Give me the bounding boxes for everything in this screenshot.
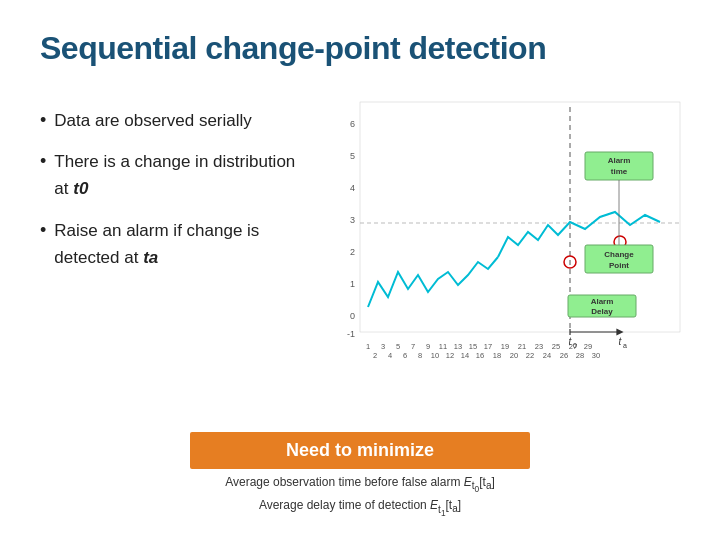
italic-ta: ta [143, 248, 158, 267]
svg-text:5: 5 [350, 151, 355, 161]
svg-text:t: t [619, 336, 623, 347]
slide: Sequential change-point detection Data a… [0, 0, 720, 540]
svg-text:28: 28 [576, 351, 584, 360]
svg-text:17: 17 [484, 342, 492, 351]
svg-text:1: 1 [366, 342, 370, 351]
svg-text:25: 25 [552, 342, 560, 351]
bullet-text-1: Data are observed serially [54, 107, 251, 134]
svg-text:29: 29 [584, 342, 592, 351]
svg-text:23: 23 [535, 342, 543, 351]
svg-text:24: 24 [543, 351, 551, 360]
svg-text:3: 3 [350, 215, 355, 225]
italic-t0: t0 [73, 179, 88, 198]
chart-area: 6 5 4 3 2 1 0 -1 1 3 5 7 [330, 97, 680, 357]
svg-text:Change: Change [604, 250, 634, 259]
svg-text:10: 10 [431, 351, 439, 360]
bullet-item-2: There is a change in distribution at t0 [40, 148, 310, 202]
svg-text:-1: -1 [347, 329, 355, 339]
svg-text:11: 11 [439, 342, 447, 351]
svg-text:0: 0 [350, 311, 355, 321]
svg-text:9: 9 [426, 342, 430, 351]
svg-text:7: 7 [411, 342, 415, 351]
svg-text:Alarm: Alarm [608, 156, 631, 165]
svg-text:18: 18 [493, 351, 501, 360]
bullet-item-3: Raise an alarm if change is detected at … [40, 217, 310, 271]
svg-text:14: 14 [461, 351, 469, 360]
svg-text:1: 1 [350, 279, 355, 289]
formula-line-1: Average observation time before false al… [40, 473, 680, 497]
chart-svg: 6 5 4 3 2 1 0 -1 1 3 5 7 [330, 97, 680, 357]
svg-text:30: 30 [592, 351, 600, 360]
svg-text:0: 0 [573, 342, 577, 349]
svg-text:16: 16 [476, 351, 484, 360]
bullet-list: Data are observed serially There is a ch… [40, 97, 310, 285]
svg-text:6: 6 [350, 119, 355, 129]
svg-text:Point: Point [609, 261, 629, 270]
svg-text:8: 8 [418, 351, 422, 360]
chart-svg-element: 6 5 4 3 2 1 0 -1 1 3 5 7 [330, 97, 690, 367]
svg-text:13: 13 [454, 342, 462, 351]
svg-text:22: 22 [526, 351, 534, 360]
svg-text:5: 5 [396, 342, 400, 351]
page-title: Sequential change-point detection [40, 30, 680, 67]
svg-text:6: 6 [403, 351, 407, 360]
bullet-item-1: Data are observed serially [40, 107, 310, 134]
bottom-section: Need to minimize Average observation tim… [40, 432, 680, 520]
need-to-minimize-box: Need to minimize [190, 432, 530, 469]
svg-text:19: 19 [501, 342, 509, 351]
content-area: Data are observed serially There is a ch… [40, 97, 680, 357]
svg-text:2: 2 [373, 351, 377, 360]
svg-text:4: 4 [350, 183, 355, 193]
svg-text:26: 26 [560, 351, 568, 360]
svg-text:15: 15 [469, 342, 477, 351]
formula-lines: Average observation time before false al… [40, 473, 680, 520]
svg-text:Delay: Delay [591, 307, 613, 316]
svg-text:Alarm: Alarm [591, 297, 614, 306]
svg-text:20: 20 [510, 351, 518, 360]
svg-text:2: 2 [350, 247, 355, 257]
bullet-text-3: Raise an alarm if change is detected at … [54, 217, 310, 271]
bullet-text-2: There is a change in distribution at t0 [54, 148, 310, 202]
formula-line-2: Average delay time of detection Et1[ta] [40, 496, 680, 520]
svg-text:a: a [623, 342, 627, 349]
svg-text:21: 21 [518, 342, 526, 351]
svg-text:3: 3 [381, 342, 385, 351]
svg-text:12: 12 [446, 351, 454, 360]
svg-text:4: 4 [388, 351, 392, 360]
svg-text:time: time [611, 167, 628, 176]
